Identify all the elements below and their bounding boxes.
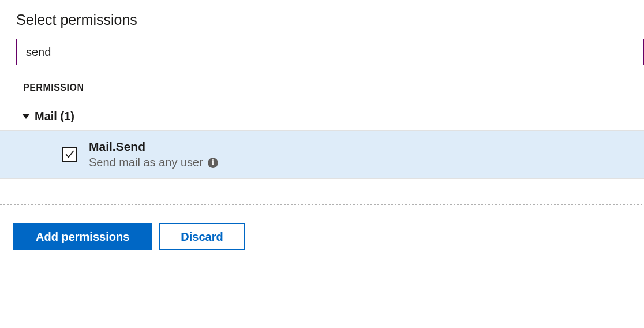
add-permissions-button[interactable]: Add permissions — [13, 223, 152, 250]
permission-group-label: Mail (1) — [35, 110, 74, 123]
chevron-down-icon — [22, 114, 30, 119]
permission-checkbox[interactable] — [62, 147, 77, 162]
permission-group-mail[interactable]: Mail (1) — [0, 100, 644, 130]
permission-description: Send mail as any user — [89, 156, 203, 169]
column-header-permission: PERMISSION — [0, 65, 644, 100]
check-icon — [65, 149, 75, 159]
search-input[interactable] — [16, 39, 644, 65]
discard-button[interactable]: Discard — [159, 223, 244, 250]
page-title: Select permissions — [0, 12, 644, 39]
info-icon[interactable]: i — [208, 158, 218, 168]
permission-name: Mail.Send — [89, 140, 218, 154]
permission-row[interactable]: Mail.Send Send mail as any user i — [0, 130, 644, 179]
